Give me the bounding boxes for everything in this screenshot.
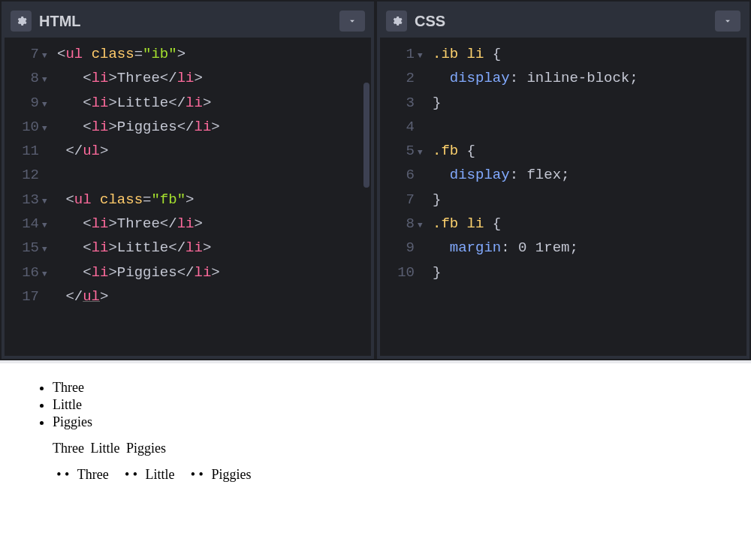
code-line[interactable]: 8▼ <li>Three</li> xyxy=(5,66,371,90)
line-number: 11 xyxy=(5,139,42,163)
line-number: 9 xyxy=(380,236,418,260)
fold-icon[interactable]: ▼ xyxy=(42,98,54,112)
code-content[interactable]: <li>Little</li> xyxy=(54,236,211,260)
line-number: 12 xyxy=(5,163,42,187)
code-content[interactable]: .fb { xyxy=(430,139,475,163)
list-item: Three xyxy=(65,467,109,483)
html-code-editor[interactable]: 7▼<ul class="ib">8▼ <li>Three</li>9▼ <li… xyxy=(5,38,371,356)
list-item: Little xyxy=(90,441,119,456)
code-line[interactable]: 10▼ <li>Piggies</li> xyxy=(5,115,371,139)
code-line[interactable]: 10} xyxy=(380,260,746,285)
chevron-down-icon[interactable] xyxy=(715,11,740,32)
fold-icon[interactable]: ▼ xyxy=(418,146,430,160)
fold-icon[interactable]: ▼ xyxy=(418,49,430,63)
list-item: Little xyxy=(133,467,175,483)
code-line[interactable]: 14▼ <li>Three</li> xyxy=(5,212,371,236)
line-number: 15 xyxy=(5,236,42,260)
code-content[interactable]: <li>Three</li> xyxy=(54,66,203,90)
code-line[interactable]: 11 </ul> xyxy=(5,139,371,163)
code-line[interactable]: 2 display: inline-block; xyxy=(380,66,746,90)
list-item: Piggies xyxy=(199,467,252,483)
code-content[interactable]: <li>Piggies</li> xyxy=(54,260,220,285)
code-content[interactable]: } xyxy=(430,260,441,285)
fold-icon[interactable]: ▼ xyxy=(42,242,54,257)
line-number: 10 xyxy=(5,115,42,139)
scrollbar[interactable] xyxy=(363,83,369,188)
code-content[interactable]: <li>Little</li> xyxy=(54,91,211,115)
fold-icon[interactable]: ▼ xyxy=(42,267,54,282)
code-content[interactable]: display: inline-block; xyxy=(430,66,638,90)
html-pane-title: HTML xyxy=(39,13,81,30)
code-line[interactable]: 7} xyxy=(380,188,746,212)
preview-list-flex: Three Little Piggies xyxy=(23,467,728,483)
code-line[interactable]: 8▼.fb li { xyxy=(380,212,746,236)
line-number: 16 xyxy=(5,260,42,285)
line-number: 7 xyxy=(380,188,418,212)
code-line[interactable]: 16▼ <li>Piggies</li> xyxy=(5,260,371,285)
chevron-down-icon[interactable] xyxy=(339,11,365,32)
css-pane-title: CSS xyxy=(415,13,445,30)
line-number: 3 xyxy=(380,91,418,115)
line-number: 8 xyxy=(5,66,42,90)
code-content[interactable]: .fb li { xyxy=(430,212,501,236)
list-item: Three xyxy=(53,441,84,456)
line-number: 7 xyxy=(5,42,42,66)
code-line[interactable]: 7▼<ul class="ib"> xyxy=(5,42,371,66)
line-number: 2 xyxy=(380,66,418,90)
editors-row: HTML 7▼<ul class="ib">8▼ <li>Three</li>9… xyxy=(0,0,751,360)
code-line[interactable]: 12 xyxy=(5,163,371,187)
line-number: 1 xyxy=(380,42,418,66)
fold-icon[interactable]: ▼ xyxy=(42,194,54,209)
fold-icon[interactable]: ▼ xyxy=(418,218,430,233)
code-line[interactable]: 3} xyxy=(380,91,746,115)
line-number: 9 xyxy=(5,91,42,115)
code-line[interactable]: 6 display: flex; xyxy=(380,163,746,187)
code-content[interactable]: } xyxy=(430,91,441,115)
code-content[interactable]: </ul> xyxy=(54,285,108,309)
code-content[interactable]: <li>Three</li> xyxy=(54,212,203,236)
line-number: 10 xyxy=(380,260,418,285)
line-number: 13 xyxy=(5,188,42,212)
code-content[interactable]: margin: 0 1rem; xyxy=(430,236,578,260)
list-item: Little xyxy=(53,397,728,413)
list-item: Piggies xyxy=(126,441,166,456)
code-line[interactable]: 13▼ <ul class="fb"> xyxy=(5,188,371,212)
preview-list-inline-block: Three Little Piggies xyxy=(23,441,728,456)
list-item: Three xyxy=(53,380,728,396)
code-line[interactable]: 15▼ <li>Little</li> xyxy=(5,236,371,260)
list-item: Piggies xyxy=(53,414,728,430)
preview-area: Three Little Piggies Three Little Piggie… xyxy=(0,360,751,560)
code-content[interactable]: .ib li { xyxy=(430,42,501,66)
code-content[interactable]: <ul class="fb"> xyxy=(54,188,194,212)
code-content[interactable]: } xyxy=(430,188,441,212)
gear-icon[interactable] xyxy=(386,11,407,32)
line-number: 17 xyxy=(5,285,42,309)
code-content[interactable]: </ul> xyxy=(54,139,108,163)
code-line[interactable]: 9▼ <li>Little</li> xyxy=(5,91,371,115)
fold-icon[interactable]: ▼ xyxy=(42,49,54,63)
code-line[interactable]: 4 xyxy=(380,115,746,139)
line-number: 8 xyxy=(380,212,418,236)
code-content[interactable]: display: flex; xyxy=(430,163,569,187)
css-pane: CSS 1▼.ib li {2 display: inline-block;3}… xyxy=(377,2,749,359)
css-pane-header: CSS xyxy=(380,5,746,38)
html-pane: HTML 7▼<ul class="ib">8▼ <li>Three</li>9… xyxy=(2,2,374,359)
line-number: 6 xyxy=(380,163,418,187)
fold-icon[interactable]: ▼ xyxy=(42,122,54,136)
html-pane-header: HTML xyxy=(5,5,371,38)
fold-icon[interactable]: ▼ xyxy=(42,73,54,87)
line-number: 14 xyxy=(5,212,42,236)
fold-icon[interactable]: ▼ xyxy=(42,218,54,233)
code-content[interactable]: <ul class="ib"> xyxy=(54,42,185,66)
css-code-editor[interactable]: 1▼.ib li {2 display: inline-block;3}45▼.… xyxy=(380,38,746,356)
gear-icon[interactable] xyxy=(11,11,32,32)
line-number: 5 xyxy=(380,139,418,163)
code-line[interactable]: 1▼.ib li { xyxy=(380,42,746,66)
code-line[interactable]: 5▼.fb { xyxy=(380,139,746,163)
line-number: 4 xyxy=(380,115,418,139)
code-line[interactable]: 9 margin: 0 1rem; xyxy=(380,236,746,260)
code-content[interactable]: <li>Piggies</li> xyxy=(54,115,220,139)
code-line[interactable]: 17 </ul> xyxy=(5,285,371,309)
preview-list-normal: Three Little Piggies xyxy=(23,380,728,430)
